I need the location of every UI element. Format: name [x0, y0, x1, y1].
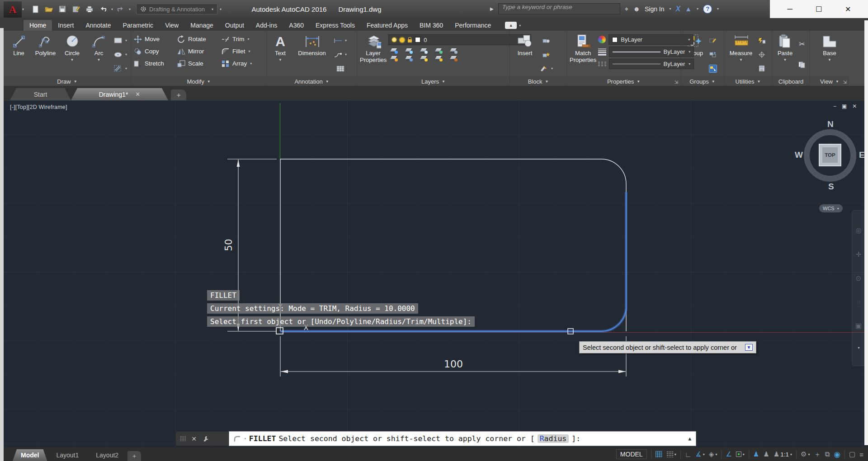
measure-caret-icon[interactable]: ▼ — [739, 58, 743, 62]
text-button[interactable]: A Text ▼ — [269, 33, 291, 76]
tab-view[interactable]: View — [159, 20, 184, 31]
arc-button[interactable]: Arc ▼ — [86, 33, 111, 76]
paste-button[interactable]: Paste ▼ — [775, 33, 795, 76]
binoculars-search-icon[interactable]: ⌖ — [625, 5, 628, 13]
annotation-scale-menu[interactable]: ♟ 1:1▾ — [774, 450, 792, 458]
group-selection-toggle[interactable] — [709, 63, 717, 74]
line-button[interactable]: Line — [6, 33, 31, 76]
layer-prev-icon[interactable] — [450, 55, 457, 61]
group-edit-button[interactable] — [709, 35, 717, 46]
workspace-switching-menu[interactable]: ⚙▾ — [801, 450, 810, 458]
tab-home[interactable]: Home — [24, 20, 52, 31]
scale-button[interactable]: Scale — [177, 58, 215, 69]
layer-match-icon[interactable] — [450, 47, 457, 53]
view-launcher-icon[interactable]: ⇲ — [843, 80, 847, 85]
layer-on-icon[interactable] — [392, 38, 396, 42]
quick-calc-button[interactable] — [758, 63, 766, 74]
tab-parametric[interactable]: Parametric — [117, 20, 159, 31]
minimize-button[interactable]: ─ — [781, 3, 799, 15]
graphics-performance-toggle[interactable]: ◉ — [834, 450, 840, 459]
nav-caret-icon[interactable]: ▾ — [858, 346, 859, 350]
sign-in-button[interactable]: Sign In — [645, 5, 665, 13]
new-drawing-tab-button[interactable]: ＋ — [171, 89, 186, 100]
workspace-switcher[interactable]: Drafting & Annotation ▾ — [136, 4, 217, 14]
redo-caret-icon[interactable]: ▾ — [129, 7, 131, 11]
arc-caret-icon[interactable]: ▼ — [97, 58, 101, 62]
search-expand-icon[interactable]: ▶ — [490, 6, 494, 11]
isometric-drafting-toggle[interactable]: ◈▾ — [709, 450, 717, 458]
polyline-button[interactable]: Polyline — [33, 33, 58, 76]
close-button[interactable]: ✕ — [839, 3, 857, 15]
command-option-caret-icon[interactable]: ▾ — [244, 437, 246, 441]
panel-footer-layers[interactable]: Layers▼ — [357, 76, 509, 86]
viewcube-east[interactable]: E — [859, 150, 864, 160]
mirror-button[interactable]: Mirror — [177, 46, 215, 57]
tooltip-option-icon[interactable]: ▼ — [745, 344, 753, 351]
table-button[interactable] — [336, 63, 344, 74]
app-store-icon[interactable]: ▲ — [685, 5, 692, 13]
fillet-caret-icon[interactable]: ▾ — [249, 49, 250, 53]
object-color-dropdown[interactable]: ByLayer ▾ — [609, 34, 693, 45]
app-store-caret-icon[interactable]: ▾ — [697, 7, 698, 11]
autodesk-exchange-icon[interactable]: X — [676, 5, 681, 13]
vp-restore-icon[interactable]: ▣ — [842, 103, 847, 109]
tab-insert[interactable]: Insert — [52, 20, 80, 31]
panel-footer-utilities[interactable]: Utilities▼ — [724, 76, 772, 86]
panel-footer-annotation[interactable]: Annotation▼ — [267, 76, 357, 86]
layer-thaw-icon[interactable] — [400, 38, 405, 42]
layer-off-icon[interactable] — [420, 47, 427, 53]
panel-footer-properties[interactable]: Properties▼ — [567, 76, 680, 86]
stretch-button[interactable]: Stretch — [134, 58, 171, 69]
base-button[interactable]: Base ▼ — [818, 33, 841, 76]
dimension-button[interactable]: Dimension — [293, 33, 331, 76]
panel-footer-draw[interactable]: Draw▼ — [4, 76, 131, 86]
model-viewport[interactable]: 50 100 Y X [-][Top][2D Wireframe] — [4, 100, 864, 447]
layer-on-all-icon[interactable] — [420, 55, 427, 61]
panel-footer-block[interactable]: Block▼ — [510, 76, 566, 86]
viewcube[interactable]: N W E S TOP WCS▾ — [792, 118, 864, 209]
help-icon[interactable]: ? — [703, 5, 712, 14]
viewport-controls-label[interactable]: [-][Top][2D Wireframe] — [10, 104, 67, 110]
command-grip-handle[interactable]: ⣿⣿ — [179, 436, 186, 442]
layer-thaw-all-icon[interactable] — [405, 55, 412, 61]
circle-caret-icon[interactable]: ▼ — [71, 58, 74, 62]
cut-button[interactable]: ✂ — [799, 38, 805, 50]
panel-footer-modify[interactable]: Modify▼ — [131, 76, 266, 86]
vp-minimize-icon[interactable]: − — [833, 103, 836, 109]
copy-clip-button[interactable] — [798, 59, 806, 71]
panel-footer-groups[interactable]: Groups▼ — [681, 76, 724, 86]
panel-footer-clipboard[interactable]: Clipboard — [772, 76, 810, 86]
undo-icon[interactable] — [97, 4, 109, 14]
model-space-badge[interactable]: MODEL — [616, 449, 647, 459]
properties-launcher-icon[interactable]: ⇲ — [675, 80, 678, 85]
command-close-icon[interactable]: ✕ — [191, 435, 197, 442]
clean-screen-toggle[interactable]: ▢ — [849, 450, 855, 458]
tab-layout1[interactable]: Layout1 — [48, 449, 87, 461]
array-caret-icon[interactable]: ▾ — [250, 61, 252, 66]
fillet-button[interactable]: Fillet▾ — [222, 46, 250, 57]
object-snap-toggle[interactable]: ▾ — [736, 452, 745, 457]
command-input[interactable]: ▾ FILLET Select second object or shift-s… — [229, 431, 696, 446]
circle-button[interactable]: Circle ▼ — [60, 33, 85, 76]
search-input[interactable]: Type a keyword or phrase — [498, 3, 620, 14]
nav-wheel-icon[interactable]: ◎ — [855, 226, 861, 235]
layer-unlock-icon[interactable] — [408, 39, 412, 42]
insert-button[interactable]: Insert — [513, 33, 537, 76]
sign-in-caret-icon[interactable]: ▾ — [670, 7, 671, 11]
annotation-visibility-toggle[interactable]: ♟ — [753, 450, 759, 458]
linear-dim-button[interactable]: ▾ — [334, 35, 347, 46]
help-caret-icon[interactable]: ▾ — [717, 7, 719, 11]
layer-unlock2-icon[interactable] — [435, 55, 442, 61]
app-menu-caret-icon[interactable]: ▾ — [22, 7, 24, 11]
trim-button[interactable]: Trim▾ — [222, 33, 250, 45]
tab-layout2[interactable]: Layout2 — [88, 449, 127, 461]
paste-caret-icon[interactable]: ▼ — [783, 58, 787, 62]
tab-manage[interactable]: Manage — [184, 20, 219, 31]
snap-mode-toggle[interactable]: ▾ — [666, 451, 676, 457]
block-create-button[interactable] — [542, 49, 551, 60]
block-attributes-button[interactable]: ▾ — [540, 63, 553, 74]
layer-properties-button[interactable]: Layer Properties — [360, 33, 387, 76]
polar-tracking-toggle[interactable]: ∡▾ — [695, 450, 704, 458]
layer-lock-icon[interactable] — [435, 47, 442, 53]
text-caret-icon[interactable]: ▼ — [278, 58, 282, 62]
